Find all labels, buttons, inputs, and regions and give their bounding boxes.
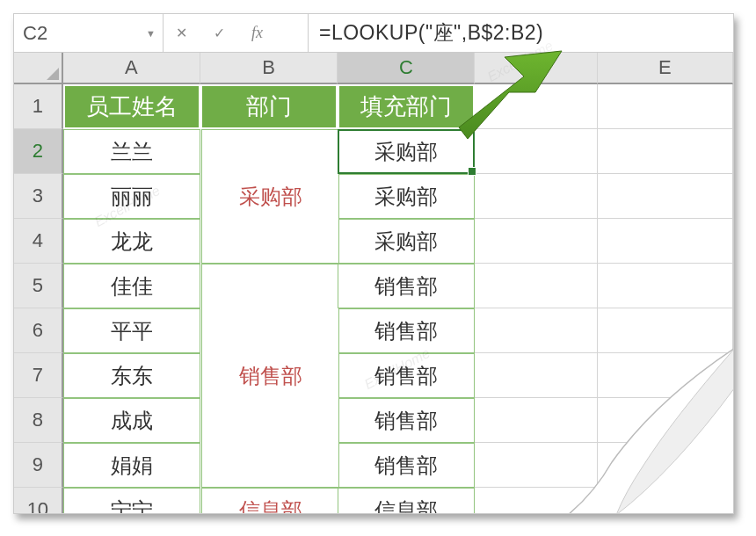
cell-D3[interactable]	[475, 174, 597, 219]
spreadsheet-window: C2 ▼ ✕ ✓ fx =LOOKUP("座",B$2:B2) A B C D …	[13, 13, 734, 514]
row-1: 1 员工姓名 部门 填充部门	[14, 84, 733, 129]
cell-A8[interactable]: 成成	[63, 398, 200, 443]
cell-E5[interactable]	[598, 264, 733, 308]
cell-E9[interactable]	[598, 443, 733, 488]
cell-E8[interactable]	[598, 398, 733, 443]
cell-D7[interactable]	[475, 353, 597, 398]
select-all-corner[interactable]	[14, 53, 63, 84]
cell-E10[interactable]	[598, 488, 733, 514]
cell-C2[interactable]: 采购部	[338, 129, 475, 174]
cell-C3[interactable]: 采购部	[338, 174, 475, 219]
cell-D6[interactable]	[475, 308, 597, 353]
formula-bar-buttons: ✕ ✓ fx	[164, 14, 309, 52]
cell-A9[interactable]: 娟娟	[63, 443, 200, 488]
cell-E2[interactable]	[598, 129, 733, 174]
row-8: 8成成销售部	[14, 398, 733, 443]
cell-D8[interactable]	[475, 398, 597, 443]
data-rows: 采购部2兰兰采购部3丽丽采购部4龙龙采购部销售部5佳佳销售部6平平销售部7东东销…	[14, 129, 733, 514]
cell-D1[interactable]	[475, 84, 597, 129]
cell-C10[interactable]: 信息部	[338, 488, 475, 514]
cell-E4[interactable]	[598, 219, 733, 264]
name-box-dropdown-icon[interactable]: ▼	[146, 28, 156, 39]
cell-A2[interactable]: 兰兰	[63, 129, 200, 174]
cell-A10[interactable]: 宁宁	[63, 488, 200, 514]
row-header-6[interactable]: 6	[14, 308, 63, 353]
column-header-row: A B C D E	[14, 53, 733, 84]
cell-E1[interactable]	[598, 84, 733, 129]
cell-A7[interactable]: 东东	[63, 353, 200, 398]
worksheet[interactable]: A B C D E 1 员工姓名 部门 填充部门 采购部2兰兰采购部3丽丽采购部…	[14, 53, 733, 514]
row-header-1[interactable]: 1	[14, 84, 63, 129]
cancel-icon[interactable]: ✕	[176, 25, 187, 41]
col-header-C[interactable]: C	[338, 53, 475, 84]
cell-D10[interactable]	[475, 488, 597, 514]
row-header-9[interactable]: 9	[14, 443, 63, 488]
confirm-icon[interactable]: ✓	[214, 25, 225, 41]
cell-C5[interactable]: 销售部	[338, 264, 475, 308]
row-3: 3丽丽采购部	[14, 174, 733, 219]
row-5: 5佳佳销售部	[14, 264, 733, 308]
cell-E7[interactable]	[598, 353, 733, 398]
row-header-8[interactable]: 8	[14, 398, 63, 443]
formula-input[interactable]: =LOOKUP("座",B$2:B2)	[309, 14, 733, 52]
cell-B1[interactable]: 部门	[200, 84, 338, 129]
row-header-2[interactable]: 2	[14, 129, 63, 174]
cell-A1[interactable]: 员工姓名	[63, 84, 200, 129]
cell-A5[interactable]: 佳佳	[63, 264, 200, 308]
cell-C6[interactable]: 销售部	[338, 308, 475, 353]
col-header-B[interactable]: B	[200, 53, 338, 84]
row-7: 7东东销售部	[14, 353, 733, 398]
name-box[interactable]: C2 ▼	[14, 14, 164, 52]
cell-E3[interactable]	[598, 174, 733, 219]
cell-C4[interactable]: 采购部	[338, 219, 475, 264]
col-header-E[interactable]: E	[598, 53, 733, 84]
cell-A4[interactable]: 龙龙	[63, 219, 200, 264]
row-4: 4龙龙采购部	[14, 219, 733, 264]
formula-text: =LOOKUP("座",B$2:B2)	[319, 19, 543, 47]
row-9: 9娟娟销售部	[14, 443, 733, 488]
cell-D5[interactable]	[475, 264, 597, 308]
cell-D4[interactable]	[475, 219, 597, 264]
cell-C1[interactable]: 填充部门	[338, 84, 475, 129]
row-10: 10宁宁信息部	[14, 488, 733, 514]
col-header-D[interactable]: D	[475, 53, 597, 84]
row-6: 6平平销售部	[14, 308, 733, 353]
row-header-7[interactable]: 7	[14, 353, 63, 398]
cell-A6[interactable]: 平平	[63, 308, 200, 353]
fx-icon[interactable]: fx	[251, 24, 263, 42]
row-header-5[interactable]: 5	[14, 264, 63, 308]
row-header-3[interactable]: 3	[14, 174, 63, 219]
formula-bar: C2 ▼ ✕ ✓ fx =LOOKUP("座",B$2:B2)	[14, 14, 733, 53]
cell-D9[interactable]	[475, 443, 597, 488]
cell-E6[interactable]	[598, 308, 733, 353]
cell-D2[interactable]	[475, 129, 597, 174]
cell-C7[interactable]: 销售部	[338, 353, 475, 398]
cell-C9[interactable]: 销售部	[338, 443, 475, 488]
name-box-value: C2	[23, 22, 47, 45]
cell-A3[interactable]: 丽丽	[63, 174, 200, 219]
row-2: 2兰兰采购部	[14, 129, 733, 174]
col-header-A[interactable]: A	[63, 53, 200, 84]
row-header-10[interactable]: 10	[14, 488, 63, 514]
row-header-4[interactable]: 4	[14, 219, 63, 264]
cell-C8[interactable]: 销售部	[338, 398, 475, 443]
